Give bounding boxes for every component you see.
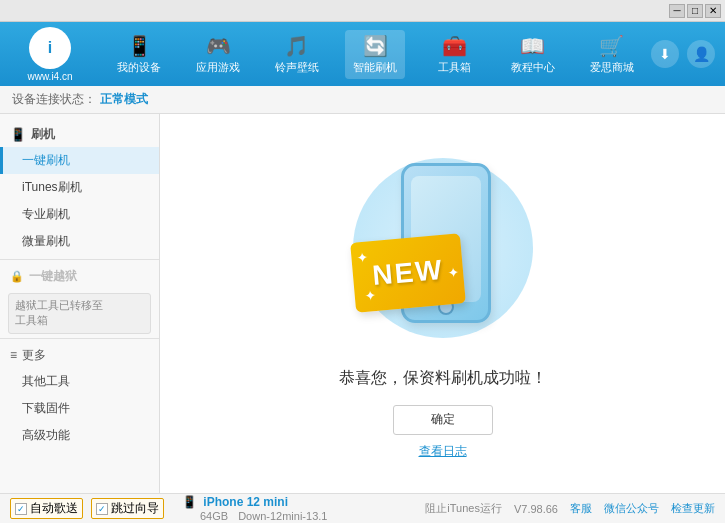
status-bar: 设备连接状态： 正常模式 xyxy=(0,86,725,114)
auto-connect-checkbox[interactable]: ✓ 自动歌送 xyxy=(10,498,83,519)
more-section-icon: ≡ xyxy=(10,348,17,362)
nav-label-toolbox: 工具箱 xyxy=(438,60,471,75)
header: i www.i4.cn 📱 我的设备 🎮 应用游戏 🎵 铃声壁纸 🔄 智能刷机 … xyxy=(0,22,725,86)
itunes-status: 阻止iTunes运行 xyxy=(425,501,502,516)
nav-ringtones[interactable]: 🎵 铃声壁纸 xyxy=(267,30,327,79)
device-model: Down-12mini-13.1 xyxy=(238,510,327,522)
flash-section-icon: 📱 xyxy=(10,127,26,142)
new-text: NEW xyxy=(371,253,445,291)
restore-btn[interactable]: □ xyxy=(687,4,703,18)
logo[interactable]: i www.i4.cn xyxy=(10,27,90,82)
nav-label-device: 我的设备 xyxy=(117,60,161,75)
nav-smart-flash[interactable]: 🔄 智能刷机 xyxy=(345,30,405,79)
content-area: ✦ NEW ✦ ✦ 恭喜您，保资料刷机成功啦！ 确定 查看日志 xyxy=(160,114,725,493)
nav-label-mall: 爱思商城 xyxy=(590,60,634,75)
sidebar-item-other-tools[interactable]: 其他工具 xyxy=(0,368,159,395)
status-label: 设备连接状态： xyxy=(12,91,96,108)
version-text: V7.98.66 xyxy=(514,503,558,515)
device-info: 📱 iPhone 12 mini 64GB Down-12mini-13.1 xyxy=(182,495,327,523)
sidebar-divider-1 xyxy=(0,259,159,260)
sparkle-2: ✦ xyxy=(446,263,459,280)
user-btn[interactable]: 👤 xyxy=(687,40,715,68)
device-storage: 64GB xyxy=(200,510,228,522)
nav-bar: 📱 我的设备 🎮 应用游戏 🎵 铃声壁纸 🔄 智能刷机 🧰 工具箱 📖 教程中心… xyxy=(100,30,651,79)
nav-icon-toolbox: 🧰 xyxy=(442,34,467,58)
jailbreak-label: 一键越狱 xyxy=(29,268,77,285)
sparkle-1: ✦ xyxy=(355,249,368,266)
goto-today-link[interactable]: 查看日志 xyxy=(419,443,467,460)
bottom-right: 阻止iTunes运行 V7.98.66 客服 微信公众号 检查更新 xyxy=(425,501,715,516)
nav-icon-device: 📱 xyxy=(127,34,152,58)
nav-label-tutorial: 教程中心 xyxy=(511,60,555,75)
sidebar-item-one-key-flash[interactable]: 一键刷机 xyxy=(0,147,159,174)
sidebar-item-itunes-flash[interactable]: iTunes刷机 xyxy=(0,174,159,201)
auto-connect-check: ✓ xyxy=(15,503,27,515)
logo-url: www.i4.cn xyxy=(27,71,72,82)
nav-toolbox[interactable]: 🧰 工具箱 xyxy=(424,30,484,79)
title-bar: ─ □ ✕ xyxy=(0,0,725,22)
check-update-link[interactable]: 检查更新 xyxy=(671,501,715,516)
device-name: iPhone 12 mini xyxy=(203,495,288,509)
nav-label-ringtones: 铃声壁纸 xyxy=(275,60,319,75)
bottom-bar: ✓ 自动歌送 ✓ 跳过向导 📱 iPhone 12 mini 64GB Down… xyxy=(0,493,725,523)
nav-label-flash: 智能刷机 xyxy=(353,60,397,75)
nav-icon-ringtones: 🎵 xyxy=(284,34,309,58)
nav-mall[interactable]: 🛒 爱思商城 xyxy=(582,30,642,79)
bottom-left: ✓ 自动歌送 ✓ 跳过向导 📱 iPhone 12 mini 64GB Down… xyxy=(10,495,425,523)
guide-check: ✓ xyxy=(96,503,108,515)
header-right: ⬇ 👤 xyxy=(651,40,715,68)
nav-label-apps: 应用游戏 xyxy=(196,60,240,75)
sidebar: 📱 刷机 一键刷机 iTunes刷机 专业刷机 微量刷机 🔒 一键越狱 越狱工具… xyxy=(0,114,160,493)
minimize-btn[interactable]: ─ xyxy=(669,4,685,18)
customer-service-link[interactable]: 客服 xyxy=(570,501,592,516)
sidebar-item-advanced[interactable]: 高级功能 xyxy=(0,422,159,449)
nav-my-device[interactable]: 📱 我的设备 xyxy=(109,30,169,79)
sparkle-3: ✦ xyxy=(364,286,377,303)
download-btn[interactable]: ⬇ xyxy=(651,40,679,68)
sidebar-flash-header: 📱 刷机 xyxy=(0,122,159,147)
nav-tutorial[interactable]: 📖 教程中心 xyxy=(503,30,563,79)
sidebar-item-pro-flash[interactable]: 专业刷机 xyxy=(0,201,159,228)
flash-section-label: 刷机 xyxy=(31,126,55,143)
success-title: 恭喜您，保资料刷机成功啦！ xyxy=(339,368,547,389)
sidebar-item-micro-flash[interactable]: 微量刷机 xyxy=(0,228,159,255)
guide-label: 跳过向导 xyxy=(111,500,159,517)
confirm-button[interactable]: 确定 xyxy=(393,405,493,435)
nav-icon-flash: 🔄 xyxy=(363,34,388,58)
sidebar-jailbreak-notice: 越狱工具已转移至工具箱 xyxy=(8,293,151,334)
new-ribbon: ✦ NEW ✦ ✦ xyxy=(350,233,466,312)
guide-checkbox[interactable]: ✓ 跳过向导 xyxy=(91,498,164,519)
sidebar-more-header: ≡ 更多 xyxy=(0,343,159,368)
wechat-link[interactable]: 微信公众号 xyxy=(604,501,659,516)
sidebar-divider-2 xyxy=(0,338,159,339)
device-icon: 📱 xyxy=(182,495,197,509)
logo-circle: i xyxy=(29,27,71,69)
sidebar-item-download-firmware[interactable]: 下载固件 xyxy=(0,395,159,422)
nav-icon-mall: 🛒 xyxy=(599,34,624,58)
auto-connect-label: 自动歌送 xyxy=(30,500,78,517)
nav-icon-apps: 🎮 xyxy=(206,34,231,58)
status-value: 正常模式 xyxy=(100,91,148,108)
nav-apps-games[interactable]: 🎮 应用游戏 xyxy=(188,30,248,79)
nav-icon-tutorial: 📖 xyxy=(520,34,545,58)
success-illustration: ✦ NEW ✦ ✦ xyxy=(343,148,543,348)
sidebar-jailbreak-header: 🔒 一键越狱 xyxy=(0,264,159,289)
main-layout: 📱 刷机 一键刷机 iTunes刷机 专业刷机 微量刷机 🔒 一键越狱 越狱工具… xyxy=(0,114,725,493)
close-btn[interactable]: ✕ xyxy=(705,4,721,18)
more-section-label: 更多 xyxy=(22,347,46,364)
